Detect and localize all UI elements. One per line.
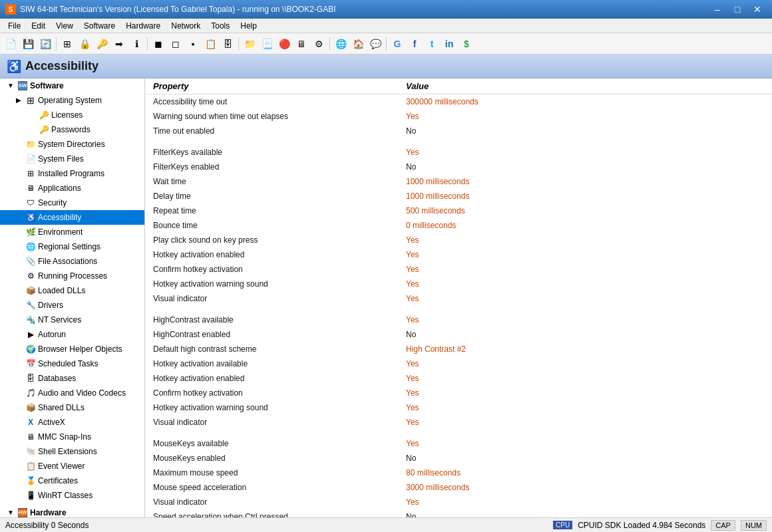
- table-row: Speed acceleration when Ctrl pressedNo: [145, 509, 772, 517]
- toolbar-clip[interactable]: 📋: [202, 36, 218, 52]
- toolbar-fb[interactable]: f: [407, 36, 423, 52]
- toolbar-arrow[interactable]: ➡: [111, 36, 127, 52]
- menu-edit[interactable]: Edit: [26, 20, 51, 32]
- sidebar-item-mmc[interactable]: 🖥 MMC Snap-Ins: [0, 430, 144, 444]
- sidebar-item-drivers[interactable]: 🔧 Drivers: [0, 298, 144, 313]
- toolbar-square1[interactable]: ◼: [150, 36, 166, 52]
- sidebar-item-sysdirs[interactable]: 📁 System Directories: [0, 137, 144, 152]
- sidebar-item-processes[interactable]: ⚙ Running Processes: [0, 269, 144, 283]
- toolbar-monitor[interactable]: 🖥: [293, 36, 309, 52]
- sidebar-item-environment[interactable]: 🌿 Environment: [0, 225, 144, 239]
- toolbar-db[interactable]: 🗄: [220, 36, 236, 52]
- toolbar-dollar[interactable]: $: [459, 36, 475, 52]
- sidebar-item-passwords[interactable]: 🔑 Passwords: [0, 122, 144, 137]
- sidebar-item-licenses[interactable]: 🔑 Licenses: [0, 108, 144, 122]
- sidebar-item-tasks[interactable]: 📅 Scheduled Tasks: [0, 356, 144, 371]
- sidebar-item-apps[interactable]: 🖥 Applications: [0, 181, 144, 196]
- security-label: Security: [38, 197, 67, 209]
- property-value: Yes: [398, 400, 772, 415]
- menu-software[interactable]: Software: [79, 20, 120, 32]
- toolbar-home[interactable]: 🏠: [350, 36, 366, 52]
- cpuid-icon: CPU: [553, 521, 572, 529]
- sidebar-item-software[interactable]: ▼ SW Software: [0, 78, 144, 93]
- minimize-button[interactable]: –: [708, 0, 727, 19]
- menu-help[interactable]: Help: [235, 20, 262, 32]
- sidebar-item-databases[interactable]: 🗄 Databases: [0, 371, 144, 386]
- toolbar-refresh[interactable]: 🔄: [37, 36, 53, 52]
- menu-tools[interactable]: Tools: [206, 20, 235, 32]
- menu-network[interactable]: Network: [166, 20, 206, 32]
- sidebar-item-sysfiles[interactable]: 📄 System Files: [0, 152, 144, 166]
- toolbar-square3[interactable]: ▪: [185, 36, 201, 52]
- dlls-label: Loaded DLLs: [38, 285, 85, 297]
- toolbar-square2[interactable]: ◻: [168, 36, 184, 52]
- property-name: Default high contrast scheme: [145, 342, 398, 356]
- sidebar-item-os[interactable]: ▶ ⊞ Operating System: [0, 93, 144, 108]
- toolbar-paper[interactable]: 📃: [259, 36, 275, 52]
- sidebar-item-hardware[interactable]: ▼ HW Hardware: [0, 505, 144, 517]
- page-header: ♿ Accessibility: [0, 55, 772, 78]
- toolbar-msg[interactable]: 💬: [367, 36, 383, 52]
- sidebar-item-services[interactable]: 🔩 NT Services: [0, 313, 144, 327]
- sidebar-item-certs[interactable]: 🏅 Certificates: [0, 473, 144, 488]
- toolbar-grid[interactable]: ⊞: [59, 36, 75, 52]
- sidebar-item-accessibility[interactable]: ♿ Accessibility: [0, 210, 144, 225]
- toolbar-tw[interactable]: t: [424, 36, 440, 52]
- licenses-label: Licenses: [51, 109, 83, 121]
- toolbar-folder[interactable]: 📁: [242, 36, 258, 52]
- programs-icon: ⊞: [25, 168, 36, 179]
- sidebar-item-bho[interactable]: 🌍 Browser Helper Objects: [0, 342, 144, 356]
- sidebar-item-autorun[interactable]: ▶ Autorun: [0, 327, 144, 342]
- menu-view[interactable]: View: [51, 20, 79, 32]
- sidebar-item-fileassoc[interactable]: 📎 File Associations: [0, 254, 144, 269]
- fileassoc-label: File Associations: [38, 255, 97, 267]
- table-row: Play click sound on key pressYes: [145, 233, 772, 247]
- shell-label: Shell Extensions: [38, 446, 97, 458]
- toolbar-gear[interactable]: ⚙: [311, 36, 327, 52]
- licenses-icon: 🔑: [39, 110, 49, 120]
- sidebar-item-winrt[interactable]: 📱 WinRT Classes: [0, 488, 144, 503]
- property-value: Yes: [398, 495, 772, 509]
- mmc-icon: 🖥: [25, 432, 36, 442]
- shareddlls-label: Shared DLLs: [38, 402, 85, 414]
- autorun-label: Autorun: [38, 329, 66, 340]
- sidebar-item-programs[interactable]: ⊞ Installed Programs: [0, 166, 144, 181]
- toolbar-info[interactable]: ℹ: [128, 36, 144, 52]
- sysdirs-label: System Directories: [38, 138, 105, 150]
- sidebar-item-security[interactable]: 🛡 Security: [0, 196, 144, 210]
- sidebar-item-codecs[interactable]: 🎵 Audio and Video Codecs: [0, 386, 144, 400]
- sidebar-item-regional[interactable]: 🌐 Regional Settings: [0, 239, 144, 254]
- sidebar-item-dlls[interactable]: 📦 Loaded DLLs: [0, 283, 144, 298]
- certs-label: Certificates: [38, 475, 78, 487]
- toolbar-circle-red[interactable]: 🔴: [276, 36, 292, 52]
- menu-hardware[interactable]: Hardware: [120, 20, 166, 32]
- maximize-button[interactable]: □: [728, 0, 747, 19]
- toolbar-sep-5: [386, 37, 387, 51]
- property-value: 80 milliseconds: [398, 466, 772, 480]
- property-name: Hotkey activation enabled: [145, 247, 398, 262]
- toolbar-g[interactable]: G: [389, 36, 405, 52]
- menu-file[interactable]: File: [3, 20, 26, 32]
- toolbar-save[interactable]: 💾: [20, 36, 36, 52]
- toolbar-new[interactable]: 📄: [3, 36, 19, 52]
- sidebar-item-shareddlls[interactable]: 📦 Shared DLLs: [0, 400, 144, 415]
- hardware-icon: HW: [17, 507, 28, 517]
- toolbar-sep-4: [329, 37, 330, 51]
- expander-os[interactable]: ▶: [13, 95, 24, 106]
- table-row: HighContrast availableYes: [145, 313, 772, 327]
- property-value: Yes: [398, 356, 772, 371]
- sidebar-item-activex[interactable]: X ActiveX: [0, 415, 144, 430]
- close-button[interactable]: ✕: [748, 0, 767, 19]
- property-value: No: [398, 509, 772, 517]
- sidebar[interactable]: ▼ SW Software ▶ ⊞ Operating System 🔑 Lic…: [0, 78, 145, 517]
- toolbar-li[interactable]: in: [441, 36, 457, 52]
- toolbar-lock[interactable]: 🔒: [77, 36, 93, 52]
- expander-hardware[interactable]: ▼: [5, 507, 16, 517]
- property-value: Yes: [398, 415, 772, 430]
- sidebar-item-shell[interactable]: 🐚 Shell Extensions: [0, 444, 144, 459]
- property-name: FilterKeys enabled: [145, 160, 398, 174]
- sidebar-item-events[interactable]: 📋 Event Viewer: [0, 459, 144, 473]
- expander-software[interactable]: ▼: [5, 80, 16, 91]
- toolbar-ie[interactable]: 🌐: [333, 36, 349, 52]
- toolbar-key[interactable]: 🔑: [94, 36, 110, 52]
